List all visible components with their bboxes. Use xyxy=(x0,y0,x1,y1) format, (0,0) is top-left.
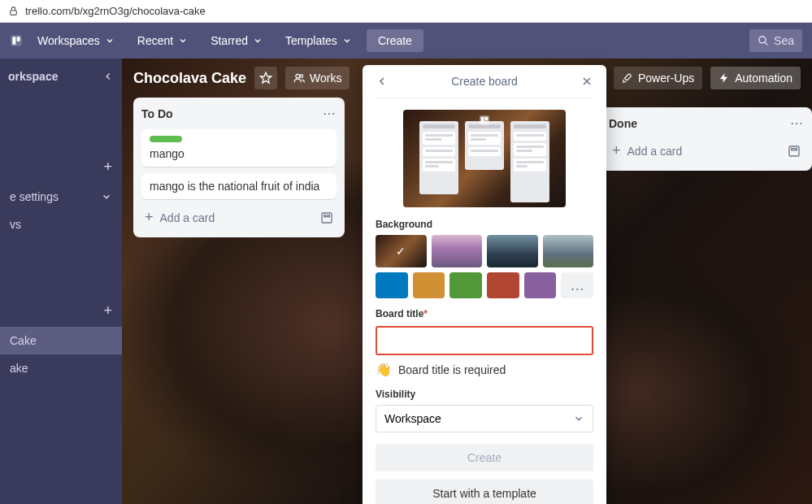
bg-color-blue[interactable] xyxy=(376,272,408,298)
sidebar-label: ake xyxy=(10,362,28,375)
nav-label: Recent xyxy=(137,34,173,47)
svg-rect-7 xyxy=(322,213,332,223)
background-label: Background xyxy=(376,219,593,230)
chevron-down-icon xyxy=(253,36,263,46)
svg-rect-2 xyxy=(12,37,15,44)
svg-rect-3 xyxy=(17,37,20,41)
people-icon xyxy=(293,72,305,84)
nav-create-button[interactable]: Create xyxy=(367,29,423,52)
btn-label: Power-Ups xyxy=(638,72,694,85)
add-card-button[interactable]: + Add a card xyxy=(609,139,804,163)
svg-rect-12 xyxy=(481,117,484,123)
bg-image-2[interactable] xyxy=(432,235,483,267)
bg-image-4[interactable] xyxy=(543,235,594,267)
search-input[interactable]: Sea xyxy=(749,29,802,52)
workspace-visible-button[interactable]: Works xyxy=(285,67,350,89)
chevron-down-icon xyxy=(573,413,584,424)
chevron-down-icon xyxy=(178,36,188,46)
plus-icon: + xyxy=(612,142,621,159)
nav-workspaces[interactable]: Workspaces xyxy=(29,29,123,52)
svg-rect-0 xyxy=(11,11,17,15)
search-placeholder: Sea xyxy=(774,34,794,47)
svg-rect-13 xyxy=(485,117,489,120)
btn-label: Works xyxy=(310,72,341,85)
list-done: Done ⋯ + Add a card xyxy=(601,107,812,171)
list-menu-icon[interactable]: ⋯ xyxy=(323,106,337,121)
chevron-left-icon[interactable] xyxy=(102,71,114,82)
sidebar-board-cake[interactable]: Cake xyxy=(0,327,122,354)
back-icon[interactable] xyxy=(376,75,389,88)
svg-rect-10 xyxy=(792,148,797,150)
btn-label: Automation xyxy=(735,72,792,85)
chevron-down-icon xyxy=(342,36,352,46)
start-template-button[interactable]: Start with a template xyxy=(376,480,593,504)
sidebar-board-cake-alt[interactable]: ake xyxy=(0,354,122,382)
bg-color-orange[interactable] xyxy=(413,272,445,298)
nav-templates[interactable]: Templates xyxy=(277,29,360,52)
close-icon[interactable] xyxy=(580,75,593,88)
popup-title: Create board xyxy=(389,75,580,88)
powerups-button[interactable]: Power-Ups xyxy=(614,67,702,89)
template-icon[interactable] xyxy=(788,145,801,158)
card-mango[interactable]: mango xyxy=(141,129,337,167)
card-mango-fact[interactable]: mango is the national fruit of india xyxy=(141,173,337,199)
svg-rect-1 xyxy=(11,35,21,46)
btn-label: Start with a template xyxy=(432,487,536,500)
create-board-popup: Create board Background … Board title* 👋… xyxy=(363,65,606,504)
add-card-button[interactable]: + Add a card xyxy=(141,206,337,229)
list-title[interactable]: Done xyxy=(609,117,637,130)
rocket-icon xyxy=(622,72,633,84)
svg-rect-8 xyxy=(324,215,330,216)
create-button[interactable]: Create xyxy=(376,444,593,471)
visibility-select[interactable]: Workspace xyxy=(376,405,593,432)
svg-rect-9 xyxy=(789,146,799,156)
nav-recent[interactable]: Recent xyxy=(129,29,196,52)
list-todo: To Do ⋯ mango mango is the national frui… xyxy=(133,98,345,237)
lock-icon xyxy=(8,6,19,16)
list-title[interactable]: To Do xyxy=(141,107,173,120)
star-icon xyxy=(259,72,272,85)
star-board-button[interactable] xyxy=(254,67,277,89)
bolt-icon xyxy=(719,72,730,84)
trello-logo-icon xyxy=(479,115,490,126)
url-text: trello.com/b/xg2rnO3g/chocolava-cake xyxy=(25,5,206,17)
sidebar-add-1[interactable]: + xyxy=(0,151,122,183)
sidebar-label: e settings xyxy=(10,190,59,203)
template-icon[interactable] xyxy=(320,211,333,224)
bg-color-green[interactable] xyxy=(449,272,482,298)
more-label: … xyxy=(570,277,584,294)
sidebar-settings[interactable]: e settings xyxy=(0,183,122,211)
sidebar-views[interactable]: vs xyxy=(0,211,122,238)
btn-label: Create xyxy=(467,451,502,464)
top-nav: Workspaces Recent Starred Templates Crea… xyxy=(0,23,812,59)
chevron-down-icon xyxy=(101,191,112,202)
browser-url-bar: trello.com/b/xg2rnO3g/chocolava-cake xyxy=(0,0,812,23)
nav-starred[interactable]: Starred xyxy=(202,29,271,52)
list-menu-icon[interactable]: ⋯ xyxy=(790,115,804,131)
board-title-input[interactable] xyxy=(376,326,593,355)
visibility-label: Visibility xyxy=(376,389,593,400)
automation-button[interactable]: Automation xyxy=(710,67,801,89)
bg-color-purple[interactable] xyxy=(524,272,557,298)
board-title-label: Board title* xyxy=(376,308,593,319)
bg-more-button[interactable]: … xyxy=(561,272,593,298)
add-card-label: Add a card xyxy=(627,145,683,158)
workspace-header[interactable]: orkspace xyxy=(0,59,122,94)
board-title[interactable]: Chocolava Cake xyxy=(133,70,246,87)
plus-icon: + xyxy=(103,159,112,176)
bg-color-red[interactable] xyxy=(487,272,519,298)
add-card-label: Add a card xyxy=(160,211,215,224)
nav-label: Starred xyxy=(211,34,248,47)
title-required-warning: 👋 Board title is required xyxy=(376,362,593,377)
visibility-value: Workspace xyxy=(384,412,441,425)
svg-point-6 xyxy=(300,75,303,78)
sidebar: orkspace + e settings vs + Cake ake xyxy=(0,59,122,504)
trello-logo-icon xyxy=(10,34,23,47)
bg-image-3[interactable] xyxy=(487,235,538,267)
sidebar-add-2[interactable]: + xyxy=(0,295,122,327)
nav-label: Templates xyxy=(285,34,337,47)
chevron-down-icon xyxy=(105,36,115,46)
card-text: mango xyxy=(150,147,185,160)
bg-image-1[interactable] xyxy=(376,235,427,267)
wave-icon: 👋 xyxy=(376,362,392,377)
